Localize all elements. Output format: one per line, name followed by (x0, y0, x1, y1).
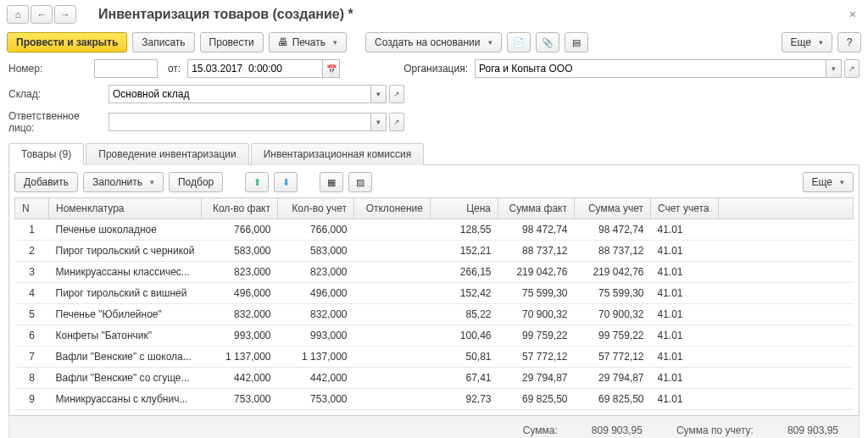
org-dropdown-button[interactable]: ▾ (826, 59, 842, 78)
warehouse-dropdown-button[interactable]: ▾ (371, 85, 387, 103)
cell-qf: 832,000 (202, 304, 278, 325)
save-button[interactable]: Записать (132, 32, 194, 53)
cell-name: Миникруассаны классичес... (49, 262, 202, 283)
cell-sf: 98 472,74 (498, 219, 575, 241)
cell-acc: 41.01 (651, 389, 719, 410)
cell-qf: 1 137,000 (202, 347, 278, 368)
help-button[interactable] (837, 32, 861, 53)
list-button[interactable] (565, 32, 588, 53)
tab-inventory[interactable]: Проведение инвентаризации (86, 143, 248, 165)
grid-icon (356, 176, 364, 188)
table-row[interactable]: 2Пирог тирольский с черникой583,000583,0… (15, 241, 854, 262)
sum-label: Сумма: (523, 424, 558, 436)
cell-qf: 496,000 (202, 283, 278, 304)
date-picker-button[interactable] (323, 59, 340, 78)
close-button[interactable]: × (844, 8, 861, 21)
cell-su: 219 042,76 (575, 262, 651, 283)
move-up-button[interactable] (245, 172, 269, 192)
date-input[interactable] (187, 59, 323, 78)
table-icon (327, 176, 336, 188)
cell-empty (719, 304, 854, 325)
col-sum-acc[interactable]: Сумма учет (575, 198, 651, 219)
table-row[interactable]: 8Вафли "Венские" со сгуще...442,000442,0… (15, 368, 854, 389)
table-row[interactable]: 7Вафли "Венские" с шокола...1 137,0001 1… (15, 347, 854, 368)
cell-dev (354, 368, 431, 389)
arrow-up-icon (253, 176, 261, 188)
fill-button[interactable]: Заполнить (83, 172, 164, 192)
col-n[interactable]: N (15, 198, 49, 219)
org-open-button[interactable]: ↗ (844, 59, 860, 78)
cell-n: 7 (15, 347, 49, 368)
move-down-button[interactable] (274, 172, 298, 192)
copy-button[interactable] (507, 32, 531, 53)
table-row[interactable]: 1Печенье шоколадное766,000766,000128,559… (15, 219, 854, 241)
cell-qf: 753,000 (202, 389, 278, 410)
home-button[interactable]: ⌂ (7, 5, 29, 24)
cell-qf: 442,000 (202, 368, 278, 389)
cell-su: 69 825,50 (575, 389, 651, 410)
cell-n: 4 (15, 283, 49, 304)
col-name[interactable]: Номенклатура (49, 198, 202, 219)
cell-qu: 993,000 (278, 325, 354, 347)
cell-acc: 41.01 (651, 241, 719, 262)
tab-goods[interactable]: Товары (9) (8, 143, 84, 165)
print-button[interactable]: Печать (269, 32, 347, 53)
table-row[interactable]: 4Пирог тирольский с вишней496,000496,000… (15, 283, 854, 304)
attach-button[interactable] (536, 32, 559, 53)
more-button[interactable]: Еще (782, 32, 832, 53)
sum-acc-value: 809 903,95 (787, 424, 838, 436)
cell-qu: 442,000 (278, 368, 354, 389)
grid-more-button[interactable]: Еще (803, 172, 854, 192)
cell-name: Вафли "Венские" со сгуще... (49, 368, 202, 389)
grid-settings-button[interactable] (348, 172, 372, 192)
page-title: Инвентаризация товаров (создание) * (98, 7, 353, 22)
cell-sf: 99 759,22 (498, 325, 575, 347)
cell-empty (719, 389, 854, 410)
forward-button[interactable]: → (54, 5, 76, 24)
cell-su: 98 472,74 (575, 219, 651, 241)
table-row[interactable]: 5Печенье "Юбилейное"832,000832,00085,227… (15, 304, 854, 325)
cell-acc: 41.01 (651, 283, 719, 304)
cell-empty (719, 241, 854, 262)
question-icon (847, 36, 853, 48)
selection-button[interactable]: Подбор (169, 172, 223, 192)
cell-n: 9 (15, 389, 49, 410)
col-qty-acc[interactable]: Кол-во учет (278, 198, 354, 219)
grid-view-button[interactable] (320, 172, 343, 192)
number-input[interactable] (94, 59, 158, 78)
cell-n: 8 (15, 368, 49, 389)
add-row-button[interactable]: Добавить (14, 172, 78, 192)
col-account[interactable]: Счет учета (651, 198, 719, 219)
cell-price: 266,15 (431, 262, 498, 283)
table-row[interactable]: 9Миникруассаны с клубнич...753,000753,00… (15, 389, 854, 410)
col-dev[interactable]: Отклонение (354, 198, 431, 219)
responsible-open-button[interactable]: ↗ (389, 113, 404, 131)
table-row[interactable]: 3Миникруассаны классичес...823,000823,00… (15, 262, 854, 283)
create-based-button[interactable]: Создать на основании (365, 32, 502, 53)
process-button[interactable]: Провести (200, 32, 264, 53)
org-input[interactable] (475, 59, 826, 78)
cell-sf: 219 042,76 (498, 262, 575, 283)
cell-dev (354, 304, 431, 325)
number-label: Номер: (8, 63, 87, 75)
col-qty-fact[interactable]: Кол-во факт (202, 198, 278, 219)
responsible-dropdown-button[interactable]: ▾ (371, 113, 387, 131)
cell-price: 92,73 (431, 389, 498, 410)
cell-sf: 69 825,50 (498, 389, 575, 410)
responsible-label: Ответственное лицо: (8, 110, 102, 134)
table-row[interactable]: 6Конфеты "Батончик"993,000993,000100,469… (15, 325, 854, 347)
print-label: Печать (292, 36, 326, 48)
cell-empty (719, 368, 854, 389)
warehouse-input[interactable] (108, 85, 371, 103)
col-sum-fact[interactable]: Сумма факт (498, 198, 575, 219)
cell-dev (354, 262, 431, 283)
col-price[interactable]: Цена (431, 198, 498, 219)
cell-qf: 823,000 (202, 262, 278, 283)
process-and-close-button[interactable]: Провести и закрыть (7, 32, 127, 53)
warehouse-open-button[interactable]: ↗ (389, 85, 404, 103)
cell-dev (354, 241, 431, 262)
responsible-input[interactable] (108, 113, 371, 131)
sum-value: 809 903,95 (592, 424, 643, 436)
tab-committee[interactable]: Инвентаризационная комиссия (251, 143, 425, 165)
back-button[interactable]: ← (31, 5, 53, 24)
